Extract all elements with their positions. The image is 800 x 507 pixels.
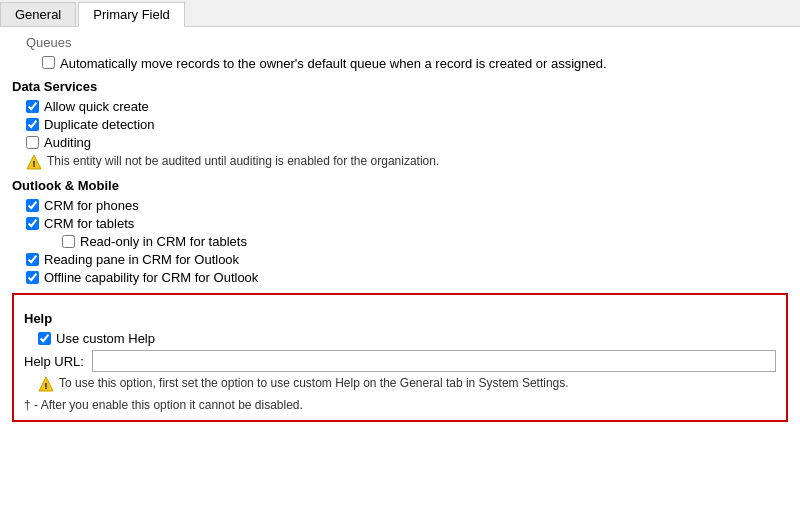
queues-section-label: Queues [12, 35, 788, 50]
use-custom-help-row: Use custom Help [24, 331, 776, 346]
outlook-mobile-header: Outlook & Mobile [12, 178, 788, 193]
use-custom-help-label: Use custom Help [56, 331, 155, 346]
help-footnote: † - After you enable this option it cann… [24, 398, 776, 412]
duplicate-detection-checkbox[interactable] [26, 118, 39, 131]
allow-quick-create-label: Allow quick create [44, 99, 149, 114]
reading-pane-label: Reading pane in CRM for Outlook [44, 252, 239, 267]
auto-move-label: Automatically move records to the owner'… [60, 56, 607, 71]
auto-move-checkbox[interactable] [42, 56, 55, 69]
duplicate-detection-row: Duplicate detection [12, 117, 788, 132]
help-header: Help [24, 311, 776, 326]
auditing-warning-icon: ! [26, 154, 42, 170]
allow-quick-create-row: Allow quick create [12, 99, 788, 114]
svg-text:!: ! [45, 381, 48, 391]
auditing-label: Auditing [44, 135, 91, 150]
crm-tablets-row: CRM for tablets [12, 216, 788, 231]
help-warning-row: ! To use this option, first set the opti… [38, 376, 776, 392]
data-services-header: Data Services [12, 79, 788, 94]
reading-pane-checkbox[interactable] [26, 253, 39, 266]
tab-primary-field[interactable]: Primary Field [78, 2, 185, 27]
help-url-row: Help URL: [24, 350, 776, 372]
help-url-label: Help URL: [24, 354, 84, 369]
help-section: Help Use custom Help Help URL: ! To use … [12, 293, 788, 422]
use-custom-help-checkbox[interactable] [38, 332, 51, 345]
duplicate-detection-label: Duplicate detection [44, 117, 155, 132]
content-area: Queues Automatically move records to the… [0, 27, 800, 430]
svg-text:!: ! [33, 159, 36, 169]
offline-capability-checkbox[interactable] [26, 271, 39, 284]
read-only-tablets-label: Read-only in CRM for tablets [80, 234, 247, 249]
crm-phones-label: CRM for phones [44, 198, 139, 213]
reading-pane-row: Reading pane in CRM for Outlook [12, 252, 788, 267]
tab-general[interactable]: General [0, 2, 76, 26]
auditing-warning-text: This entity will not be audited until au… [47, 154, 439, 168]
crm-tablets-checkbox[interactable] [26, 217, 39, 230]
auditing-checkbox[interactable] [26, 136, 39, 149]
crm-phones-checkbox[interactable] [26, 199, 39, 212]
help-warning-icon: ! [38, 376, 54, 392]
help-url-input[interactable] [92, 350, 776, 372]
offline-capability-label: Offline capability for CRM for Outlook [44, 270, 258, 285]
tab-bar: General Primary Field [0, 0, 800, 27]
crm-tablets-label: CRM for tablets [44, 216, 134, 231]
read-only-tablets-checkbox[interactable] [62, 235, 75, 248]
allow-quick-create-checkbox[interactable] [26, 100, 39, 113]
crm-phones-row: CRM for phones [12, 198, 788, 213]
auditing-row: Auditing [12, 135, 788, 150]
auditing-warning-row: ! This entity will not be audited until … [26, 154, 788, 170]
read-only-tablets-row: Read-only in CRM for tablets [12, 234, 788, 249]
offline-capability-row: Offline capability for CRM for Outlook [12, 270, 788, 285]
help-warning-text: To use this option, first set the option… [59, 376, 569, 390]
auto-move-row: Automatically move records to the owner'… [12, 56, 788, 71]
